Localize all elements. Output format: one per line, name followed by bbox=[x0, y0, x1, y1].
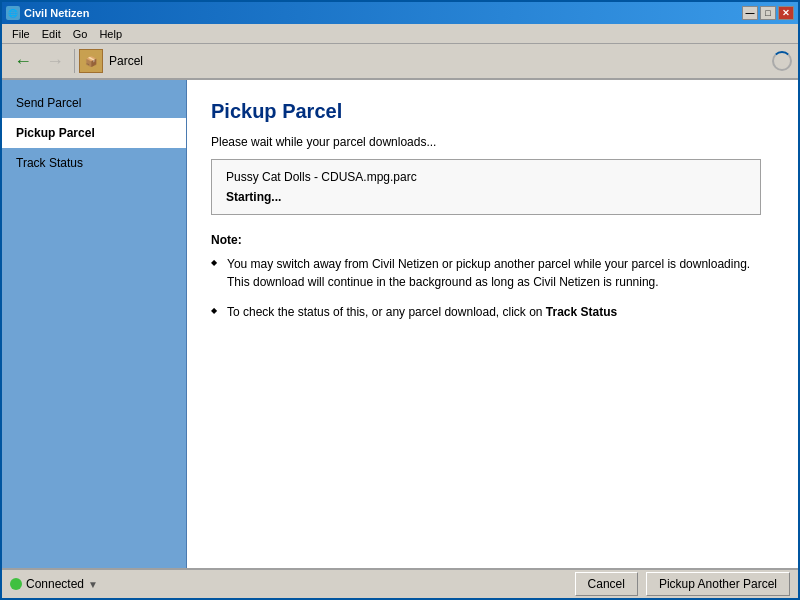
minimize-button[interactable]: — bbox=[742, 6, 758, 20]
sidebar-item-send-parcel[interactable]: Send Parcel bbox=[2, 88, 186, 118]
note-item-2: To check the status of this, or any parc… bbox=[211, 303, 774, 321]
forward-button[interactable]: → bbox=[40, 47, 70, 75]
note-item-2-before: To check the status of this, or any parc… bbox=[227, 305, 546, 319]
cancel-button[interactable]: Cancel bbox=[575, 572, 638, 596]
parcel-icon: 📦 bbox=[79, 49, 103, 73]
connection-indicator bbox=[10, 578, 22, 590]
sidebar: Send Parcel Pickup Parcel Track Status bbox=[2, 80, 187, 568]
main-window: 🌐 Civil Netizen — □ ✕ File Edit Go Help … bbox=[0, 0, 800, 600]
menu-help[interactable]: Help bbox=[93, 26, 128, 42]
main-area: Send Parcel Pickup Parcel Track Status P… bbox=[2, 80, 798, 568]
status-buttons: Cancel Pickup Another Parcel bbox=[575, 572, 790, 596]
sidebar-item-track-status[interactable]: Track Status bbox=[2, 148, 186, 178]
pickup-another-button[interactable]: Pickup Another Parcel bbox=[646, 572, 790, 596]
menu-file[interactable]: File bbox=[6, 26, 36, 42]
toolbar: ← → 📦 Parcel bbox=[2, 44, 798, 80]
window-title: Civil Netizen bbox=[24, 7, 89, 19]
note-section: Note: You may switch away from Civil Net… bbox=[211, 233, 774, 321]
toolbar-separator bbox=[74, 49, 75, 73]
maximize-button[interactable]: □ bbox=[760, 6, 776, 20]
connected-label: Connected bbox=[26, 577, 84, 591]
close-button[interactable]: ✕ bbox=[778, 6, 794, 20]
status-bar: Connected ▼ Cancel Pickup Another Parcel bbox=[2, 568, 798, 598]
note-label: Note: bbox=[211, 233, 774, 247]
sidebar-item-pickup-parcel[interactable]: Pickup Parcel bbox=[2, 118, 186, 148]
wait-message: Please wait while your parcel downloads.… bbox=[211, 135, 774, 149]
note-list: You may switch away from Civil Netizen o… bbox=[211, 255, 774, 321]
back-button[interactable]: ← bbox=[8, 47, 38, 75]
download-filename: Pussy Cat Dolls - CDUSA.mpg.parc bbox=[226, 170, 746, 184]
menu-edit[interactable]: Edit bbox=[36, 26, 67, 42]
download-box: Pussy Cat Dolls - CDUSA.mpg.parc Startin… bbox=[211, 159, 761, 215]
loading-spinner bbox=[772, 51, 792, 71]
status-left: Connected ▼ bbox=[10, 577, 98, 591]
connected-dropdown-arrow[interactable]: ▼ bbox=[88, 579, 98, 590]
menu-go[interactable]: Go bbox=[67, 26, 94, 42]
page-title: Pickup Parcel bbox=[211, 100, 774, 123]
title-bar-controls: — □ ✕ bbox=[742, 6, 794, 20]
title-bar: 🌐 Civil Netizen — □ ✕ bbox=[2, 2, 798, 24]
download-status: Starting... bbox=[226, 190, 746, 204]
content-panel: Pickup Parcel Please wait while your par… bbox=[187, 80, 798, 568]
menu-bar: File Edit Go Help bbox=[2, 24, 798, 44]
toolbar-location: Parcel bbox=[109, 54, 143, 68]
title-bar-left: 🌐 Civil Netizen bbox=[6, 6, 89, 20]
note-item-2-bold: Track Status bbox=[546, 305, 617, 319]
note-item-1: You may switch away from Civil Netizen o… bbox=[211, 255, 774, 291]
note-item-1-text: You may switch away from Civil Netizen o… bbox=[227, 257, 750, 289]
app-icon: 🌐 bbox=[6, 6, 20, 20]
